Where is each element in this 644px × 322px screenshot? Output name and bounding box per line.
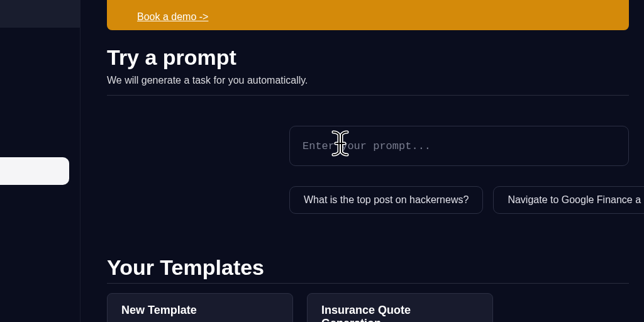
demo-banner: Book a demo -> (107, 0, 629, 30)
prompt-section-title: Try a prompt (107, 45, 644, 70)
sidebar-header (0, 0, 80, 28)
divider (107, 283, 629, 284)
sidebar (0, 0, 80, 322)
template-card[interactable]: Insurance Quote Generation… (307, 293, 493, 322)
main-content: Book a demo -> Try a prompt We will gene… (107, 0, 644, 322)
book-demo-link[interactable]: Book a demo -> (137, 11, 208, 23)
suggestion-chip[interactable]: Navigate to Google Finance a (493, 186, 644, 214)
divider (107, 95, 629, 96)
templates-section-title: Your Templates (107, 255, 264, 280)
prompt-section-subtitle: We will generate a task for you automati… (107, 75, 644, 86)
template-row: New Template Insurance Quote Generation… (107, 293, 493, 322)
suggestion-chip[interactable]: What is the top post on hackernews? (289, 186, 483, 214)
new-template-card[interactable]: New Template (107, 293, 293, 322)
prompt-input[interactable] (289, 126, 629, 166)
sidebar-item-active[interactable] (0, 157, 69, 185)
suggestion-row: What is the top post on hackernews? Navi… (289, 186, 644, 214)
